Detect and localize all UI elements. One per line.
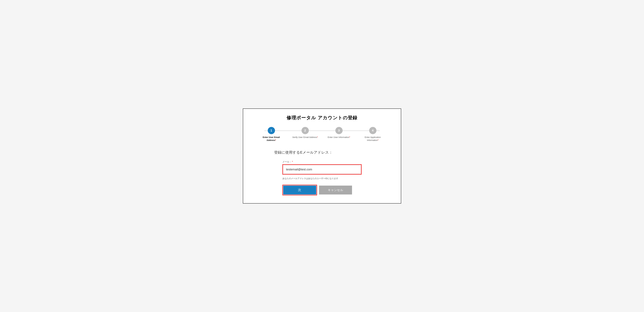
step-1-label: Enter User Email Address* bbox=[258, 136, 284, 142]
email-hint-text: あなたのメールアドレスはあなたのユーザーIDになります bbox=[282, 177, 362, 180]
step-3-circle: 3 bbox=[335, 127, 342, 134]
step-4-required: * bbox=[378, 139, 378, 141]
cancel-button[interactable]: キャンセル bbox=[319, 186, 352, 195]
step-1-circle: 1 bbox=[268, 127, 275, 134]
step-4: 4 Enter Application Information* bbox=[356, 127, 390, 142]
step-2-label: Verify User Email Address* bbox=[292, 136, 318, 139]
form-description: 登録に使用するEメールアドレス： bbox=[274, 150, 332, 155]
step-3-required: * bbox=[349, 136, 350, 138]
step-2: 2 Verify User Email Address* bbox=[288, 127, 322, 139]
email-field-label: メール：* bbox=[282, 160, 362, 163]
page-wrapper: 修理ポータル アカウントの登録 1 Enter User Email Addre… bbox=[243, 108, 401, 204]
email-input[interactable] bbox=[283, 165, 361, 174]
step-4-number: 4 bbox=[372, 129, 374, 132]
button-row: 次 キャンセル bbox=[282, 185, 362, 195]
email-input-wrapper bbox=[282, 164, 362, 175]
form-container: 登録に使用するEメールアドレス： メール：* あなたのメールアドレスはあなたのユ… bbox=[251, 150, 393, 195]
step-3-number: 3 bbox=[338, 129, 340, 132]
step-3: 3 Enter User Information* bbox=[322, 127, 356, 139]
step-2-circle: 2 bbox=[302, 127, 309, 134]
step-2-required: * bbox=[317, 136, 318, 138]
next-button[interactable]: 次 bbox=[283, 186, 316, 195]
step-1-number: 1 bbox=[270, 129, 272, 132]
stepper: 1 Enter User Email Address* 2 Verify Use… bbox=[251, 127, 393, 142]
email-required-star: * bbox=[292, 160, 293, 163]
page-title: 修理ポータル アカウントの登録 bbox=[251, 115, 393, 121]
next-btn-wrapper: 次 bbox=[282, 185, 317, 195]
step-1: 1 Enter User Email Address* bbox=[254, 127, 288, 142]
step-1-required: * bbox=[275, 139, 276, 141]
step-3-label: Enter User Information* bbox=[328, 136, 350, 139]
step-4-circle: 4 bbox=[369, 127, 376, 134]
step-4-label: Enter Application Information* bbox=[360, 136, 386, 142]
form-inner: メール：* あなたのメールアドレスはあなたのユーザーIDになります 次 キャンセ… bbox=[282, 160, 362, 195]
step-2-number: 2 bbox=[304, 129, 306, 132]
